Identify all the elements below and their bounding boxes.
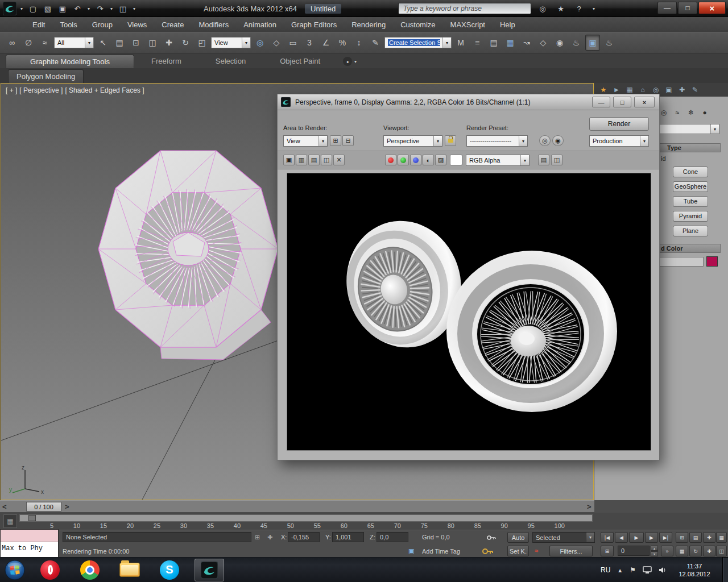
blue-channel-icon[interactable] xyxy=(410,155,421,165)
viewport-menu-pov[interactable]: [ Perspective ] xyxy=(19,86,63,94)
graphite-ribbon-toggle-icon[interactable]: ▦ xyxy=(503,35,518,51)
spinner-down-icon[interactable]: ▾ xyxy=(651,551,658,556)
render-setup-icon[interactable]: ♨ xyxy=(569,35,584,51)
angle-snap-icon[interactable]: ∠ xyxy=(318,35,333,51)
menu-item[interactable]: Animation xyxy=(236,18,284,32)
keyboard-override-icon[interactable]: ▭ xyxy=(286,35,300,51)
render-viewport-dropdown[interactable]: Perspective ▾ xyxy=(383,135,442,147)
key-toggle-button[interactable]: ▤ xyxy=(689,532,702,543)
chevron-down-icon[interactable]: ▾ xyxy=(18,2,25,15)
edit-named-selections-icon[interactable]: ✎ xyxy=(368,35,383,51)
select-and-scale-icon[interactable]: ◰ xyxy=(195,35,209,51)
green-channel-icon[interactable] xyxy=(398,155,409,165)
new-scene-icon[interactable]: ▢ xyxy=(26,2,40,15)
render-mode-dropdown[interactable]: Production ▾ xyxy=(589,135,649,147)
filters-button[interactable]: Filters... xyxy=(549,546,593,556)
layer-toggle-icon[interactable]: ▤ xyxy=(538,155,549,165)
object-color-swatch[interactable] xyxy=(706,256,718,267)
next-frame-arrow[interactable]: > xyxy=(65,502,69,511)
menu-item[interactable]: Tools xyxy=(52,18,84,32)
reference-coordinate-dropdown[interactable]: View ▾ xyxy=(211,37,251,48)
tab-polygon-modeling[interactable]: Polygon Modeling xyxy=(8,69,84,83)
track-right-arrow[interactable]: > xyxy=(587,502,592,511)
key-mode-toggle-button[interactable]: » xyxy=(661,546,673,556)
frame-spinner[interactable]: ▴ ▾ xyxy=(651,546,658,556)
taskbar-3dsmax[interactable] xyxy=(195,559,224,581)
go-to-start-button[interactable]: |◀ xyxy=(601,532,614,543)
material-editor-icon[interactable]: ◉ xyxy=(552,35,567,51)
language-indicator[interactable]: RU xyxy=(601,566,610,574)
monochrome-channel-icon[interactable]: ◐ xyxy=(423,155,434,165)
favorites-star-icon[interactable]: ★ xyxy=(554,2,568,15)
render-production-icon[interactable]: ♨ xyxy=(602,35,617,51)
orbit-viewport-button[interactable]: ↻ xyxy=(689,546,702,556)
display-tab-icon[interactable]: ▣ xyxy=(663,85,675,95)
select-and-rotate-icon[interactable]: ↻ xyxy=(178,35,193,51)
utilities-tab-icon[interactable]: ✚ xyxy=(676,85,688,95)
chevron-down-icon[interactable]: ▾ xyxy=(354,59,357,64)
menu-item[interactable]: Views xyxy=(120,18,154,32)
next-frame-button[interactable]: ▶ xyxy=(645,532,658,543)
shapes-category-icon[interactable]: ≈ xyxy=(672,107,683,118)
clear-color-swatch[interactable] xyxy=(450,155,462,165)
undo-icon[interactable]: ↶ xyxy=(71,2,84,15)
save-file-icon[interactable]: ▣ xyxy=(56,2,69,15)
chevron-down-icon[interactable]: ▾ xyxy=(85,2,92,15)
open-file-icon[interactable]: ▧ xyxy=(41,2,55,15)
zoom-extents-button[interactable]: ✚ xyxy=(703,546,715,556)
select-object-icon[interactable]: ↖ xyxy=(96,35,110,51)
play-button[interactable]: ▶ xyxy=(629,532,644,543)
search-icon[interactable]: ◎ xyxy=(536,2,549,15)
percent-snap-icon[interactable]: % xyxy=(335,35,350,51)
mirror-icon[interactable]: M xyxy=(453,35,468,51)
rendered-frame-window-icon[interactable]: ▣ xyxy=(585,35,600,51)
add-key-button[interactable]: ✚ xyxy=(703,532,715,543)
render-setup-icon[interactable]: ◎ xyxy=(539,135,551,146)
clock[interactable]: 11:37 12.08.2012 xyxy=(673,562,715,579)
taskbar-explorer[interactable] xyxy=(115,559,144,581)
primitive-button[interactable]: Pyramid xyxy=(673,211,708,222)
volume-icon[interactable] xyxy=(659,567,667,573)
add-time-tag-label[interactable]: Add Time Tag xyxy=(422,548,460,555)
menu-item[interactable]: Help xyxy=(493,18,523,32)
curve-editor-icon[interactable]: ↝ xyxy=(519,35,534,51)
window-crossing-icon[interactable]: ◫ xyxy=(145,35,160,51)
tab-graphite-modeling-tools[interactable]: Graphite Modeling Tools xyxy=(6,55,134,68)
split-toggle-icon[interactable]: ◫ xyxy=(551,155,562,165)
render-window-titlebar[interactable]: Perspective, frame 0, Display Gamma: 2,2… xyxy=(278,94,659,110)
menu-item[interactable]: Rendering xyxy=(344,18,393,32)
environment-icon[interactable]: ◉ xyxy=(552,135,564,146)
time-config-button[interactable]: ▦ xyxy=(716,532,727,543)
rectangular-selection-icon[interactable]: ⊡ xyxy=(129,35,143,51)
primitive-button[interactable]: Plane xyxy=(673,226,708,236)
network-icon[interactable] xyxy=(643,566,652,574)
redo-icon[interactable]: ↷ xyxy=(93,2,107,15)
auto-key-button[interactable]: Auto xyxy=(507,532,529,543)
systems-category-icon[interactable]: ● xyxy=(699,107,710,118)
render-close-button[interactable]: × xyxy=(634,97,655,107)
named-selection-combo[interactable]: Create Selection S ▾ xyxy=(384,37,452,48)
pan-viewport-button[interactable]: ▦ xyxy=(676,546,688,556)
use-pivot-center-icon[interactable]: ◎ xyxy=(253,35,267,51)
pencil-icon[interactable]: ✎ xyxy=(689,85,701,95)
time-slider[interactable]: 0 / 100 xyxy=(26,502,61,512)
lock-viewport-icon[interactable] xyxy=(445,135,456,146)
y-coordinate-field[interactable]: 1,001 xyxy=(332,532,364,542)
mini-curve-editor-icon[interactable]: ▦ xyxy=(3,514,17,528)
track-bar-handle[interactable] xyxy=(28,515,36,521)
key-step-button[interactable]: ⊞ xyxy=(601,546,614,556)
selection-lock-icon[interactable]: ⊞ xyxy=(255,534,260,541)
spacewarps-category-icon[interactable]: ❄ xyxy=(685,107,697,118)
snaps-toggle-icon[interactable]: 3 xyxy=(302,35,317,51)
minimize-button[interactable]: — xyxy=(657,2,677,14)
current-frame-field[interactable]: 0 xyxy=(618,546,650,556)
channel-display-dropdown[interactable]: RGB Alpha ▾ xyxy=(466,155,530,166)
select-and-move-icon[interactable]: ✚ xyxy=(162,35,176,51)
maximize-button[interactable]: □ xyxy=(678,2,697,14)
x-coordinate-field[interactable]: -0,155 xyxy=(288,532,320,542)
app-logo-button[interactable] xyxy=(2,1,17,16)
save-image-icon[interactable]: ▣ xyxy=(283,155,295,165)
track-left-arrow[interactable]: < xyxy=(2,502,7,511)
start-button[interactable] xyxy=(4,559,26,581)
tab-object-paint[interactable]: Object Paint xyxy=(263,55,337,68)
